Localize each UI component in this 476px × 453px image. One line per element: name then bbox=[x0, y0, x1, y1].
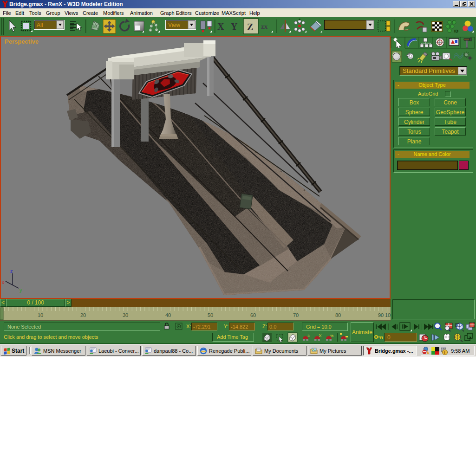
svg-text:10: 10 bbox=[38, 312, 43, 318]
svg-text:y: y bbox=[20, 287, 22, 293]
svg-text:x: x bbox=[2, 279, 5, 285]
svg-text:Perspective: Perspective bbox=[5, 38, 39, 45]
svg-text:!: ! bbox=[444, 350, 445, 355]
svg-text:All: All bbox=[37, 22, 43, 28]
svg-text:z: z bbox=[10, 268, 13, 274]
svg-text:50: 50 bbox=[208, 312, 213, 318]
svg-text:ID: ID bbox=[454, 29, 459, 33]
svg-text:View: View bbox=[168, 22, 180, 28]
svg-text:90: 90 bbox=[378, 312, 384, 318]
svg-text:zx: zx bbox=[261, 23, 268, 30]
svg-text:40: 40 bbox=[165, 312, 171, 318]
svg-text:Y: Y bbox=[231, 21, 238, 32]
svg-text:Z: Z bbox=[247, 22, 253, 32]
svg-text:100: 100 bbox=[385, 312, 391, 318]
svg-text:%: % bbox=[330, 334, 333, 338]
svg-text:20: 20 bbox=[80, 312, 86, 318]
svg-text:70: 70 bbox=[293, 312, 299, 318]
svg-text:3: 3 bbox=[307, 334, 310, 338]
svg-text:80: 80 bbox=[335, 312, 341, 318]
svg-text:60: 60 bbox=[250, 312, 256, 318]
svg-text:X: X bbox=[217, 21, 224, 32]
svg-text:30: 30 bbox=[123, 312, 128, 318]
